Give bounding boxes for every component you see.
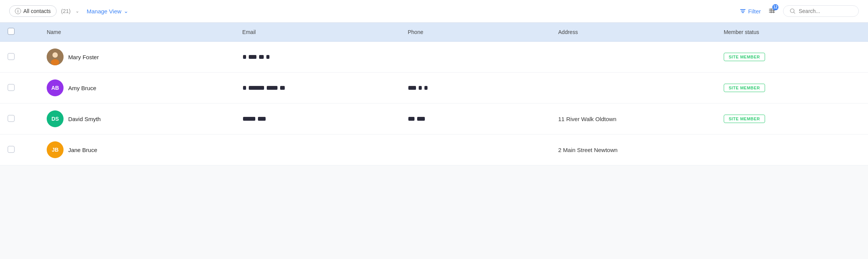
contact-name: Jane Bruce bbox=[68, 147, 97, 153]
header-email: Email bbox=[236, 23, 401, 42]
avatar: AB bbox=[47, 79, 64, 96]
search-box[interactable] bbox=[783, 5, 859, 17]
table-row: ABAmy BruceSITE MEMBER bbox=[0, 73, 868, 104]
blurred-email bbox=[242, 86, 395, 90]
avatar: JB bbox=[47, 141, 64, 158]
header-name: Name bbox=[41, 23, 236, 42]
row-phone-cell bbox=[401, 104, 552, 134]
contact-name: David Smyth bbox=[68, 116, 101, 122]
header-member-status: Member status bbox=[718, 23, 868, 42]
row-email-cell bbox=[236, 42, 401, 73]
row-phone-cell bbox=[401, 134, 552, 165]
row-name-cell: ABAmy Bruce bbox=[41, 73, 236, 104]
toolbar: i All contacts (21) ⌄ Manage View ⌄ Filt… bbox=[0, 0, 868, 23]
status-badge: SITE MEMBER bbox=[724, 115, 765, 123]
select-all-checkbox[interactable] bbox=[8, 28, 15, 35]
header-address: Address bbox=[552, 23, 718, 42]
header-phone: Phone bbox=[401, 23, 552, 42]
row-address-cell bbox=[552, 42, 718, 73]
contacts-table: Name Email Phone Address Member status M… bbox=[0, 23, 868, 165]
filter-button[interactable]: Filter bbox=[740, 8, 761, 15]
row-address-cell bbox=[552, 73, 718, 104]
table-header: Name Email Phone Address Member status bbox=[0, 23, 868, 42]
row-address-cell: 11 River Walk Oldtown bbox=[552, 104, 718, 134]
row-name-cell: JBJane Bruce bbox=[41, 134, 236, 165]
columns-count-badge: 12 bbox=[772, 4, 778, 10]
avatar: DS bbox=[47, 110, 64, 127]
header-checkbox-cell bbox=[0, 23, 41, 42]
filter-label: Filter bbox=[748, 8, 761, 15]
manage-view-chevron-icon: ⌄ bbox=[124, 8, 129, 15]
row-email-cell bbox=[236, 104, 401, 134]
table-row: Mary FosterSITE MEMBER bbox=[0, 42, 868, 73]
row-email-cell bbox=[236, 134, 401, 165]
row-status-cell: SITE MEMBER bbox=[718, 42, 868, 73]
svg-point-3 bbox=[51, 59, 59, 65]
row-select-checkbox[interactable] bbox=[8, 53, 15, 60]
contact-name: Amy Bruce bbox=[68, 85, 96, 91]
row-select-checkbox[interactable] bbox=[8, 146, 15, 153]
row-status-cell: SITE MEMBER bbox=[718, 73, 868, 104]
row-select-checkbox[interactable] bbox=[8, 115, 15, 122]
avatar bbox=[47, 49, 64, 65]
row-status-cell: SITE MEMBER bbox=[718, 104, 868, 134]
manage-view-button[interactable]: Manage View ⌄ bbox=[87, 8, 129, 15]
blurred-phone bbox=[408, 117, 546, 121]
manage-view-label: Manage View bbox=[87, 8, 122, 15]
all-contacts-label: All contacts bbox=[23, 8, 51, 14]
table-row: JBJane Bruce2 Main Street Newtown bbox=[0, 134, 868, 165]
row-phone-cell bbox=[401, 73, 552, 104]
row-checkbox-cell bbox=[0, 73, 41, 104]
row-address-cell: 2 Main Street Newtown bbox=[552, 134, 718, 165]
table-row: DSDavid Smyth11 River Walk OldtownSITE M… bbox=[0, 104, 868, 134]
blurred-email bbox=[242, 117, 395, 121]
row-status-cell bbox=[718, 134, 868, 165]
app-container: i All contacts (21) ⌄ Manage View ⌄ Filt… bbox=[0, 0, 868, 259]
row-name-cell: DSDavid Smyth bbox=[41, 104, 236, 134]
row-email-cell bbox=[236, 73, 401, 104]
info-icon: i bbox=[15, 8, 21, 14]
row-phone-cell bbox=[401, 42, 552, 73]
all-contacts-button[interactable]: i All contacts bbox=[9, 5, 57, 17]
row-name-cell: Mary Foster bbox=[41, 42, 236, 73]
svg-point-2 bbox=[52, 52, 58, 58]
row-checkbox-cell bbox=[0, 134, 41, 165]
contact-name: Mary Foster bbox=[68, 54, 99, 60]
status-badge: SITE MEMBER bbox=[724, 53, 765, 61]
filter-icon bbox=[740, 8, 746, 14]
row-checkbox-cell bbox=[0, 104, 41, 134]
columns-button[interactable]: 12 bbox=[765, 6, 778, 17]
search-icon bbox=[790, 8, 796, 14]
contacts-chevron-icon[interactable]: ⌄ bbox=[75, 8, 79, 14]
status-badge: SITE MEMBER bbox=[724, 84, 765, 92]
blurred-phone bbox=[408, 86, 546, 90]
contacts-count: (21) bbox=[61, 8, 71, 14]
row-checkbox-cell bbox=[0, 42, 41, 73]
blurred-email bbox=[242, 55, 395, 59]
row-select-checkbox[interactable] bbox=[8, 84, 15, 91]
contacts-tbody: Mary FosterSITE MEMBERABAmy BruceSITE ME… bbox=[0, 42, 868, 165]
search-input[interactable] bbox=[799, 8, 852, 14]
